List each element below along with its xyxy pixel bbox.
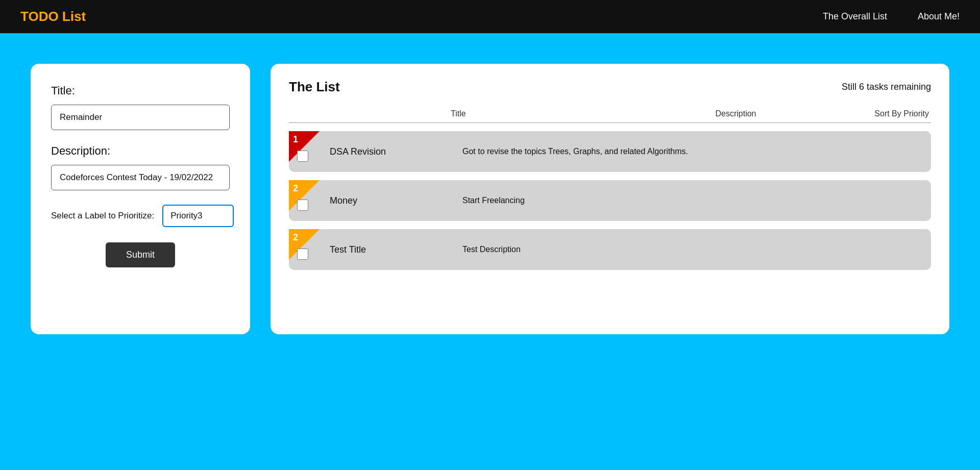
app-logo: TODO List (20, 9, 86, 24)
title-label: Title: (51, 84, 230, 97)
col-title-header: Title (320, 109, 597, 118)
task-title: DSA Revision (330, 146, 442, 157)
col-description-header: Description (597, 109, 875, 118)
task-description: Got to revise the topics Trees, Graphs, … (462, 147, 921, 156)
list-columns: Title Description Sort By Priority (289, 105, 931, 123)
task-checkbox[interactable] (297, 200, 308, 211)
list-header: The List Still 6 tasks remaining (289, 79, 931, 95)
logo-todo: TODO (20, 9, 62, 24)
task-checkbox-area[interactable] (297, 151, 308, 164)
task-item: 2 Test Title Test Description (289, 229, 931, 270)
task-item: 1 DSA Revision Got to revise the topics … (289, 131, 931, 172)
description-label: Description: (51, 144, 230, 158)
task-checkbox-area[interactable] (297, 200, 308, 213)
priority-number: 2 (293, 183, 298, 194)
task-list: 1 DSA Revision Got to revise the topics … (289, 131, 931, 270)
logo-list: List (62, 9, 86, 24)
description-input[interactable] (51, 165, 230, 190)
task-description: Test Description (462, 245, 921, 254)
overall-list-link[interactable]: The Overall List (823, 11, 887, 22)
task-checkbox-area[interactable] (297, 249, 308, 262)
task-checkbox[interactable] (297, 151, 308, 162)
priority-input[interactable] (162, 205, 234, 227)
priority-row: Select a Label to Prioritize: (51, 205, 230, 227)
about-me-link[interactable]: About Me! (918, 11, 960, 22)
task-title: Money (330, 195, 442, 206)
task-checkbox[interactable] (297, 249, 308, 260)
navbar: TODO List The Overall List About Me! (0, 0, 980, 33)
main-content: Title: Description: Select a Label to Pr… (0, 33, 980, 355)
list-title: The List (289, 79, 340, 95)
priority-number: 2 (293, 232, 298, 243)
task-description: Start Freelancing (462, 196, 921, 205)
list-panel: The List Still 6 tasks remaining Title D… (271, 64, 949, 334)
priority-number: 1 (293, 134, 298, 145)
nav-links: The Overall List About Me! (823, 11, 960, 22)
task-item: 2 Money Start Freelancing (289, 180, 931, 221)
task-title: Test Title (330, 244, 442, 255)
col-sort-header[interactable]: Sort By Priority (874, 109, 931, 118)
tasks-remaining: Still 6 tasks remaining (842, 82, 931, 92)
priority-label: Select a Label to Prioritize: (51, 211, 154, 221)
submit-button[interactable]: Submit (106, 242, 175, 267)
title-input[interactable] (51, 105, 230, 130)
form-panel: Title: Description: Select a Label to Pr… (31, 64, 250, 334)
